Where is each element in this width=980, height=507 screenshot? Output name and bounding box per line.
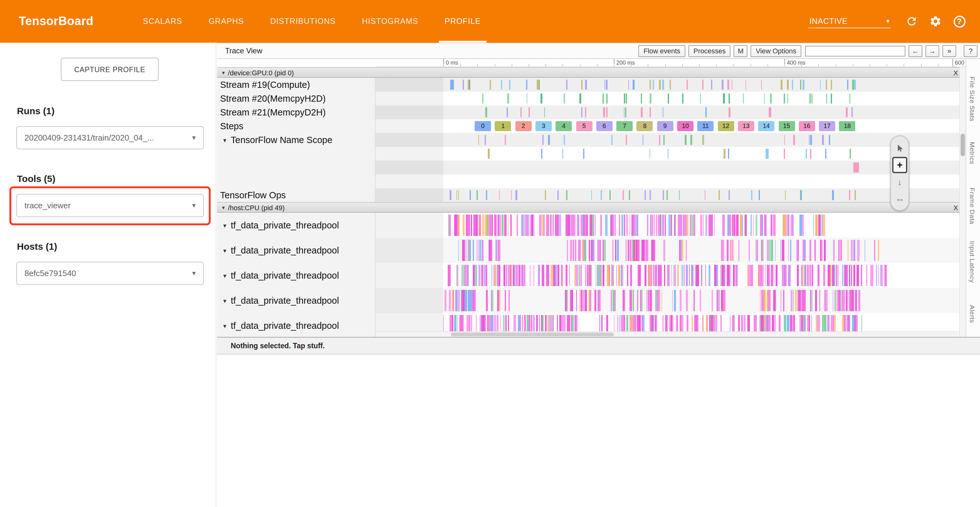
step-block[interactable]: 11 [698, 121, 714, 131]
trace-mark [769, 240, 771, 261]
collapse-icon[interactable]: ▾ [223, 222, 226, 229]
step-block[interactable]: 14 [758, 121, 774, 131]
collapse-icon[interactable]: ▾ [223, 272, 226, 279]
track-label-stream21[interactable]: Stream #21(MemcpyD2H) [217, 105, 375, 119]
step-block[interactable]: 15 [778, 121, 795, 131]
trace-mark [607, 107, 608, 117]
gpu-section-header[interactable]: ▾ /device:GPU:0 (pid 0) X [217, 67, 966, 78]
trace-mark [800, 190, 801, 200]
tab-file-size-stats[interactable]: File Size Stats [969, 77, 976, 121]
step-block[interactable]: 13 [738, 121, 754, 131]
trace-mark [498, 240, 499, 261]
step-block[interactable]: 8 [637, 121, 653, 131]
track-row-name-scope-sub1 [217, 147, 966, 161]
trace-mark [663, 135, 665, 145]
scrollbar-thumb[interactable] [451, 333, 614, 336]
hosts-select[interactable]: 8efc5e791540 ▾ [16, 261, 204, 285]
trace-mark [769, 107, 771, 117]
trace-mark [449, 215, 451, 236]
settings-gear-icon[interactable] [924, 10, 947, 33]
trace-mark [854, 80, 856, 90]
tab-input-latency[interactable]: Input Latency [969, 241, 976, 283]
step-block[interactable]: 12 [718, 121, 734, 131]
collapse-icon[interactable]: ▾ [222, 69, 225, 76]
pan-left-button[interactable]: ← [908, 45, 922, 57]
tab-distributions[interactable]: DISTRIBUTIONS [257, 0, 349, 43]
scrollbar-thumb[interactable] [961, 134, 965, 156]
tools-select[interactable]: trace_viewer ▾ [16, 194, 204, 217]
fast-forward-button[interactable]: » [942, 45, 956, 57]
step-block[interactable]: 3 [535, 121, 552, 131]
tab-metrics[interactable]: Metrics [969, 142, 976, 164]
trace-mark [606, 80, 608, 90]
step-block[interactable]: 0 [475, 121, 491, 131]
status-dropdown[interactable]: INACTIVE ▾ [808, 15, 891, 28]
trace-mark [667, 265, 669, 286]
help-icon[interactable]: ? [947, 10, 971, 33]
trace-mark [611, 135, 612, 145]
cpu-section-close-button[interactable]: X [953, 204, 958, 211]
tab-histograms[interactable]: HISTOGRAMS [349, 0, 432, 43]
horizontal-scrollbar[interactable] [375, 331, 959, 337]
name-scope-label: TensorFlow Name Scope [231, 135, 332, 145]
view-options-button[interactable]: View Options [751, 45, 801, 57]
capture-profile-button[interactable]: CAPTURE PROFILE [61, 58, 159, 81]
step-block[interactable]: 18 [839, 121, 856, 131]
runs-select[interactable]: 20200409-231431/train/2020_04_... ▾ [16, 126, 204, 149]
trace-mark [486, 290, 488, 311]
processes-button[interactable]: Processes [689, 45, 731, 57]
step-block[interactable]: 17 [819, 121, 835, 131]
vertical-scrollbar[interactable] [959, 67, 966, 337]
step-block[interactable]: 16 [799, 121, 815, 131]
track-label-stream20[interactable]: Stream #20(MemcpyH2D) [217, 92, 375, 105]
track-label-threadpool-5[interactable]: ▾ tf_data_private_threadpool [217, 313, 375, 337]
tab-frame-data[interactable]: Frame Data [969, 188, 976, 224]
tab-alerts[interactable]: Alerts [969, 305, 976, 323]
trace-mark [652, 265, 654, 286]
flow-events-button[interactable]: Flow events [639, 45, 685, 57]
step-block[interactable]: 4 [555, 121, 572, 131]
track-label-threadpool-2[interactable]: ▾ tf_data_private_threadpool [217, 238, 375, 263]
trace-mark [650, 290, 652, 311]
trace-mark [781, 80, 783, 90]
step-block[interactable]: 1 [495, 121, 511, 131]
collapse-icon[interactable]: ▾ [223, 297, 226, 304]
collapse-icon[interactable]: ▾ [223, 247, 226, 254]
trace-help-button[interactable]: ? [964, 45, 977, 57]
runs-heading: Runs (1) [17, 105, 54, 116]
trace-mark [534, 265, 535, 286]
step-block[interactable]: 7 [616, 121, 633, 131]
tab-scalars[interactable]: SCALARS [130, 0, 195, 43]
trace-search-input[interactable] [805, 46, 905, 56]
track-label-steps[interactable]: Steps [217, 119, 375, 133]
cpu-section-header[interactable]: ▾ /host:CPU (pid 49) X [217, 202, 966, 213]
step-block[interactable]: 6 [596, 121, 612, 131]
refresh-icon[interactable] [900, 10, 924, 33]
gpu-section-close-button[interactable]: X [953, 69, 958, 76]
zoom-tool[interactable]: + [892, 157, 907, 173]
trace-mark [542, 265, 543, 286]
step-block[interactable]: 5 [576, 121, 592, 131]
metrics-m-button[interactable]: M [734, 45, 748, 57]
track-label-threadpool-1[interactable]: ▾ tf_data_private_threadpool [217, 213, 375, 238]
step-block[interactable]: 9 [657, 121, 673, 131]
step-block[interactable]: 2 [515, 121, 531, 131]
track-label-threadpool-4[interactable]: ▾ tf_data_private_threadpool [217, 288, 375, 313]
step-block[interactable]: 10 [677, 121, 694, 131]
pan-right-button[interactable]: → [926, 45, 939, 57]
collapse-icon[interactable]: ▾ [222, 204, 225, 210]
pan-tool[interactable]: ↓ [893, 174, 907, 190]
track-label-name-scope[interactable]: ▾ TensorFlow Name Scope [217, 133, 375, 147]
track-label-tf-ops[interactable]: TensorFlow Ops [217, 188, 375, 202]
trace-mark [745, 215, 747, 236]
select-cursor-tool[interactable] [893, 140, 907, 156]
track-label-threadpool-3[interactable]: ▾ tf_data_private_threadpool [217, 263, 375, 288]
timing-tool[interactable]: ↔ [893, 191, 907, 206]
trace-mark [485, 265, 487, 286]
tab-graphs[interactable]: GRAPHS [195, 0, 257, 43]
collapse-icon[interactable]: ▾ [223, 322, 226, 329]
track-label-stream19[interactable]: Stream #19(Compute) [217, 78, 375, 92]
collapse-icon[interactable]: ▾ [223, 137, 226, 143]
tab-profile[interactable]: PROFILE [431, 0, 494, 43]
trace-mark [844, 265, 845, 286]
